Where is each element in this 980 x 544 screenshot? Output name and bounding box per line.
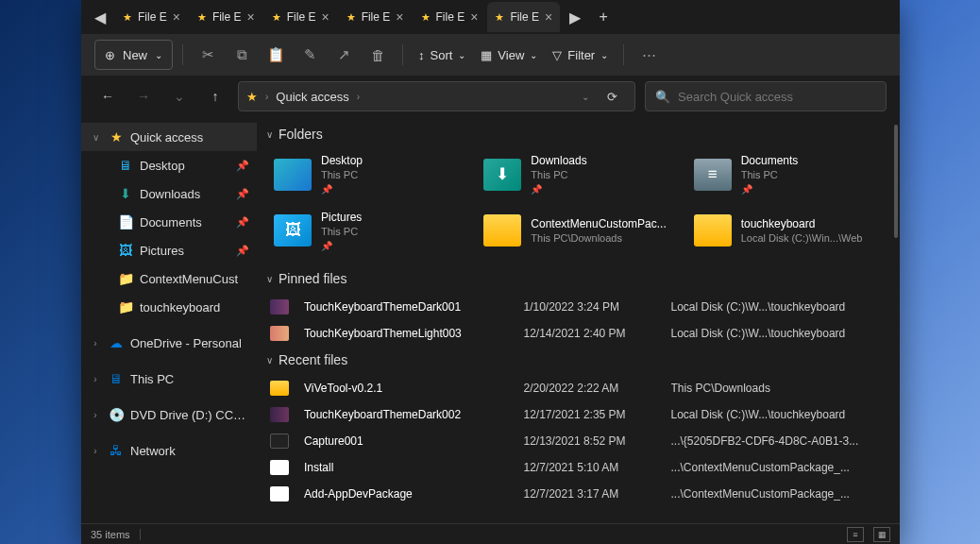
delete-button[interactable]: 🗑 — [363, 40, 393, 70]
new-button[interactable]: ⊕ New ⌄ — [94, 40, 173, 70]
tab-scroll-prev[interactable]: ◀ — [87, 4, 113, 30]
file-icon — [270, 299, 289, 314]
sidebar-item-desktop[interactable]: 🖥Desktop📌 — [81, 151, 257, 179]
section-pinned-header[interactable]: ∨ Pinned files — [262, 265, 888, 294]
tab-1[interactable]: ★File E× — [190, 2, 262, 32]
folder-downloads[interactable]: ⬇DownloadsThis PC📌 — [480, 149, 678, 200]
folder-touchkeyboard[interactable]: touchkeyboardLocal Disk (C:)\Win...\Web — [690, 206, 888, 257]
breadcrumb-location[interactable]: Quick access — [276, 90, 348, 104]
expand-icon[interactable]: › — [89, 374, 102, 384]
tab-label: File E — [362, 10, 391, 24]
tab-0[interactable]: ★File E× — [115, 2, 188, 32]
file-row[interactable]: TouchKeyboardThemeDark00212/17/2021 2:35… — [262, 401, 888, 428]
sidebar-item-quick-access[interactable]: ∨★Quick access — [81, 123, 257, 151]
item-icon: 🖥 — [108, 371, 125, 386]
tab-2[interactable]: ★File E× — [264, 2, 337, 32]
file-row[interactable]: Capture00112/13/2021 8:52 PM...\{5205DFB… — [262, 428, 888, 454]
share-button[interactable]: ↗ — [329, 40, 359, 70]
star-icon: ★ — [197, 11, 207, 24]
new-tab-button[interactable]: + — [590, 4, 617, 30]
chevron-down-icon: ∨ — [266, 355, 273, 366]
file-row[interactable]: TouchKeyboardThemeDark0011/10/2022 3:24 … — [262, 294, 888, 320]
folder-desktop[interactable]: DesktopThis PC📌 — [270, 149, 468, 200]
sidebar-item-onedrive-personal[interactable]: ›☁OneDrive - Personal — [81, 329, 257, 357]
file-date: 12/14/2021 2:40 PM — [524, 327, 666, 340]
folder-documents[interactable]: ≡DocumentsThis PC📌 — [690, 149, 888, 200]
section-recent-header[interactable]: ∨ Recent files — [262, 347, 888, 375]
search-icon: 🔍 — [655, 90, 670, 104]
tab-4[interactable]: ★File E× — [414, 2, 486, 32]
view-button[interactable]: ▦ View ⌄ — [475, 40, 543, 70]
close-icon[interactable]: × — [545, 9, 552, 25]
item-icon: 📁 — [117, 299, 134, 314]
folder-path: This PC — [741, 168, 885, 182]
folder-contextmenucustompac-[interactable]: ContextMenuCustomPac...This PC\Downloads — [480, 206, 678, 257]
filter-button[interactable]: ▽ Filter ⌄ — [547, 40, 614, 70]
file-name: TouchKeyboardThemeLight003 — [304, 327, 518, 340]
file-row[interactable]: ViVeTool-v0.2.12/20/2022 2:22 AMThis PC\… — [262, 375, 888, 401]
more-button[interactable]: ⋯ — [634, 40, 664, 70]
scrollbar[interactable] — [894, 125, 898, 238]
sidebar-item-pictures[interactable]: 🖼Pictures📌 — [81, 236, 257, 264]
file-location: ...\ContextMenuCustomPackage_... — [671, 487, 886, 501]
tab-label: File E — [138, 10, 167, 24]
copy-button[interactable]: ⧉ — [227, 40, 257, 70]
folder-icon — [274, 159, 312, 191]
item-icon: ★ — [108, 129, 125, 144]
sidebar-item-contextmenucust[interactable]: 📁ContextMenuCust — [81, 264, 257, 293]
details-view-button[interactable]: ≡ — [847, 527, 864, 542]
forward-button[interactable]: → — [130, 83, 157, 110]
navigation-pane[interactable]: ∨★Quick access🖥Desktop📌⬇Downloads📌📄Docum… — [81, 117, 257, 523]
back-button[interactable]: ← — [94, 83, 121, 110]
expand-icon[interactable]: › — [89, 410, 102, 420]
recent-locations-button[interactable]: ⌄ — [166, 83, 193, 110]
file-row[interactable]: TouchKeyboardThemeLight00312/14/2021 2:4… — [262, 320, 888, 347]
file-icon — [270, 460, 289, 475]
paste-button[interactable]: 📋 — [261, 40, 291, 70]
up-button[interactable]: ↑ — [202, 83, 228, 110]
search-input[interactable] — [678, 90, 876, 104]
sidebar-item-dvd-drive-d-ccco[interactable]: ›💿DVD Drive (D:) CCCO — [81, 400, 257, 429]
sidebar-item-documents[interactable]: 📄Documents📌 — [81, 208, 257, 236]
sidebar-item-touchkeyboard[interactable]: 📁touchkeyboard — [81, 293, 257, 321]
sidebar-item-downloads[interactable]: ⬇Downloads📌 — [81, 179, 257, 208]
folder-name: Pictures — [321, 210, 465, 225]
close-icon[interactable]: × — [470, 9, 478, 25]
tab-3[interactable]: ★File E× — [339, 2, 412, 32]
status-bar: 35 items ≡ ▦ — [81, 523, 900, 544]
sort-button[interactable]: ↕ Sort ⌄ — [413, 40, 471, 70]
chevron-down-icon: ∨ — [266, 129, 273, 140]
file-location: Local Disk (C:)\W...\touchkeyboard — [671, 327, 886, 340]
folder-pictures[interactable]: 🖼PicturesThis PC📌 — [270, 206, 468, 257]
folder-icon: 🖼 — [274, 214, 312, 246]
folder-icon: ≡ — [694, 159, 732, 191]
cut-button[interactable]: ✂ — [193, 40, 223, 70]
sidebar-item-label: Quick access — [130, 130, 249, 144]
expand-icon[interactable]: › — [89, 446, 102, 456]
address-bar[interactable]: ★ › Quick access › ⌄ ⟳ — [238, 81, 635, 111]
command-bar: ⊕ New ⌄ ✂ ⧉ 📋 ✎ ↗ 🗑 ↕ Sort ⌄ ▦ View ⌄ ▽ … — [81, 34, 900, 76]
content-pane[interactable]: ∨ Folders DesktopThis PC📌⬇DownloadsThis … — [257, 117, 900, 523]
tab-5[interactable]: ★File E× — [487, 2, 560, 32]
sidebar-item-this-pc[interactable]: ›🖥This PC — [81, 365, 257, 393]
expand-icon[interactable]: ∨ — [89, 132, 102, 143]
close-icon[interactable]: × — [173, 9, 180, 25]
close-icon[interactable]: × — [321, 9, 329, 25]
file-date: 12/7/2021 3:17 AM — [524, 487, 666, 501]
file-row[interactable]: Add-AppDevPackage12/7/2021 3:17 AM...\Co… — [262, 481, 888, 507]
file-row[interactable]: Install12/7/2021 5:10 AM...\ContextMenuC… — [262, 454, 888, 481]
rename-button[interactable]: ✎ — [295, 40, 325, 70]
sidebar-item-network[interactable]: ›🖧Network — [81, 436, 257, 465]
chevron-down-icon[interactable]: ⌄ — [582, 92, 589, 102]
tab-scroll-next[interactable]: ▶ — [562, 4, 588, 30]
close-icon[interactable]: × — [247, 9, 255, 25]
thumbnails-view-button[interactable]: ▦ — [873, 527, 890, 542]
close-icon[interactable]: × — [396, 9, 403, 25]
refresh-button[interactable]: ⟳ — [597, 90, 627, 104]
expand-icon[interactable]: › — [89, 338, 102, 348]
search-box[interactable]: 🔍 — [645, 81, 887, 111]
file-name: Install — [304, 461, 518, 474]
sidebar-item-label: This PC — [130, 372, 249, 386]
section-folders-header[interactable]: ∨ Folders — [262, 121, 888, 149]
file-date: 2/20/2022 2:22 AM — [524, 382, 666, 395]
